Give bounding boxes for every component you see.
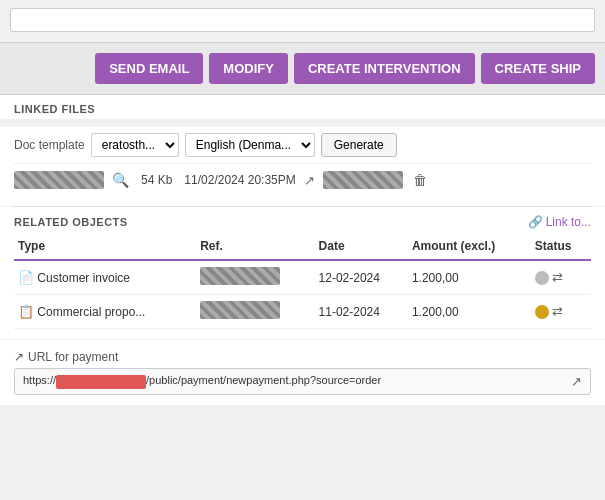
file-redacted-extra — [323, 171, 403, 189]
cell-type: 📋 Commercial propo... — [14, 295, 196, 329]
cell-date: 12-02-2024 — [315, 260, 408, 295]
generate-button[interactable]: Generate — [321, 133, 397, 157]
related-objects-table: Type Ref. Date Amount (excl.) Status 📄 C… — [14, 233, 591, 329]
file-redacted-name — [14, 171, 104, 189]
cell-amount: 1.200,00 — [408, 295, 531, 329]
url-redacted — [56, 375, 146, 389]
doc-template-label: Doc template — [14, 138, 85, 152]
col-date: Date — [315, 233, 408, 260]
table-row: 📋 Commercial propo... 11-02-2024 1.200,0… — [14, 295, 591, 329]
toolbar: SEND EMAIL MODIFY CREATE INTERVENTION CR… — [0, 43, 605, 95]
table-row: 📄 Customer invoice 12-02-2024 1.200,00 ⇄ — [14, 260, 591, 295]
url-external-link-icon[interactable]: ↗ — [571, 374, 582, 389]
related-objects-header: RELATED OBJECTS 🔗 Link to... — [0, 207, 605, 233]
status-circle-gray — [535, 271, 549, 285]
table-header-row: Type Ref. Date Amount (excl.) Status — [14, 233, 591, 260]
url-section: ↗ URL for payment https:///public/paymen… — [0, 339, 605, 405]
top-bar — [0, 0, 605, 43]
status-circle-gold — [535, 305, 549, 319]
create-ship-button[interactable]: CREATE SHIP — [481, 53, 595, 84]
proposal-icon: 📋 — [18, 304, 34, 319]
cell-type: 📄 Customer invoice — [14, 260, 196, 295]
external-link-icon[interactable]: ↗ — [304, 173, 315, 188]
file-row: 🔍 54 Kb 11/02/2024 20:35PM ↗ 🗑 — [14, 164, 591, 196]
modify-button[interactable]: MODIFY — [209, 53, 288, 84]
zoom-icon[interactable]: 🔍 — [112, 172, 129, 188]
link-to-button[interactable]: 🔗 Link to... — [528, 215, 591, 229]
url-text: https:///public/payment/newpayment.php?s… — [23, 374, 565, 388]
file-size: 54 Kb — [141, 173, 172, 187]
cell-ref — [196, 260, 314, 295]
cell-ref — [196, 295, 314, 329]
doc-template-row: Doc template eratosth... English (Denma.… — [14, 127, 591, 164]
sync-icon-2[interactable]: ⇄ — [552, 304, 563, 319]
chain-icon: 🔗 — [528, 215, 543, 229]
sync-icon-1[interactable]: ⇄ — [552, 270, 563, 285]
ref-redacted-1 — [200, 267, 280, 285]
col-ref: Ref. — [196, 233, 314, 260]
url-link-icon: ↗ — [14, 350, 24, 364]
language-select[interactable]: English (Denma... — [185, 133, 315, 157]
file-date: 11/02/2024 20:35PM — [184, 173, 295, 187]
search-input[interactable] — [10, 8, 595, 32]
col-status: Status — [531, 233, 591, 260]
cell-amount: 1.200,00 — [408, 260, 531, 295]
invoice-icon: 📄 — [18, 270, 34, 285]
send-email-button[interactable]: SEND EMAIL — [95, 53, 203, 84]
cell-status: ⇄ — [531, 260, 591, 295]
col-amount: Amount (excl.) — [408, 233, 531, 260]
url-label: ↗ URL for payment — [14, 350, 591, 364]
cell-date: 11-02-2024 — [315, 295, 408, 329]
related-objects-title: RELATED OBJECTS — [14, 216, 128, 228]
create-intervention-button[interactable]: CREATE INTERVENTION — [294, 53, 475, 84]
linked-files-title: LINKED FILES — [0, 95, 605, 119]
cell-status: ⇄ — [531, 295, 591, 329]
linked-files-area: Doc template eratosth... English (Denma.… — [0, 127, 605, 206]
col-type: Type — [14, 233, 196, 260]
ref-redacted-2 — [200, 301, 280, 319]
url-box: https:///public/payment/newpayment.php?s… — [14, 368, 591, 395]
trash-button[interactable]: 🗑 — [411, 170, 429, 190]
doc-template-select[interactable]: eratosth... — [91, 133, 179, 157]
related-objects-table-area: Type Ref. Date Amount (excl.) Status 📄 C… — [0, 233, 605, 339]
